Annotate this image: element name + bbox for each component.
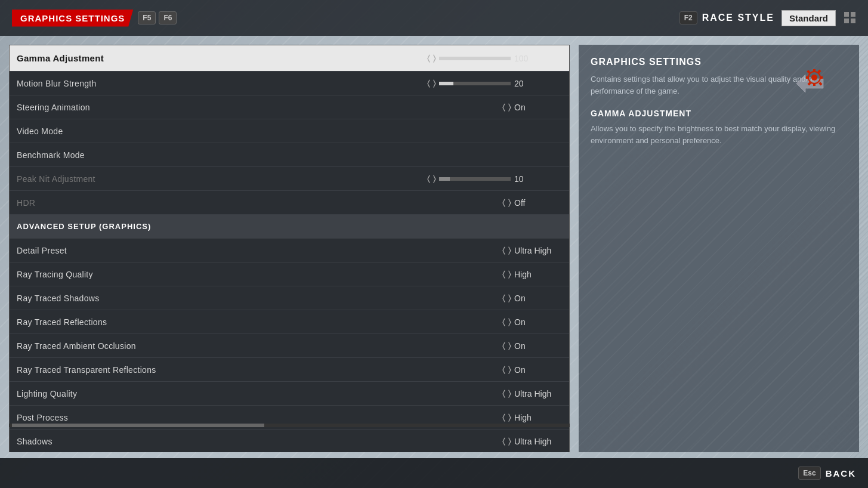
slider-motion-blur[interactable]	[439, 82, 511, 85]
arrow-left-ray-traced-shadows[interactable]: 〈	[502, 294, 505, 303]
setting-control-shadows: 〈 〉 Ultra High	[502, 437, 562, 446]
value-motion-blur: 20	[514, 79, 562, 88]
info-panel-subtitle: GAMMA ADJUSTMENT	[591, 109, 847, 118]
setting-control-motion-blur: 〈 〉 20	[427, 79, 562, 88]
arrow-left-steering[interactable]: 〈	[502, 103, 505, 112]
svg-rect-6	[806, 76, 809, 79]
setting-row-gamma[interactable]: Gamma Adjustment 〈 〉 100	[10, 45, 569, 72]
gear-icon-container	[793, 66, 835, 107]
setting-row-motion-blur[interactable]: Motion Blur Strength 〈 〉 20	[10, 72, 569, 95]
bottom-bar: Esc BACK	[0, 458, 868, 488]
race-style-label: RACE STYLE	[702, 13, 774, 23]
arrow-left-ray-traced-ambient[interactable]: 〈	[502, 341, 505, 351]
back-button[interactable]: Esc BACK	[798, 467, 856, 480]
setting-control-ray-traced-transparent: 〈 〉 On	[502, 365, 562, 375]
setting-name-ray-tracing-quality: Ray Tracing Quality	[17, 270, 502, 279]
value-shadows: Ultra High	[514, 437, 562, 446]
gear-icon	[793, 66, 829, 101]
slider-fill-gamma	[439, 57, 511, 60]
arrow-right-gamma[interactable]: 〉	[433, 54, 435, 63]
setting-row-video-mode[interactable]: Video Mode	[10, 119, 569, 143]
info-content: GRAPHICS SETTINGS Contains settings that…	[591, 57, 847, 146]
arrow-left-motion-blur[interactable]: 〈	[427, 79, 430, 88]
arrow-left-peak-nit[interactable]: 〈	[427, 174, 430, 184]
setting-control-steering: 〈 〉 On	[502, 103, 562, 112]
arrow-left-ray-traced-transparent[interactable]: 〈	[502, 365, 505, 375]
value-post-process: High	[514, 413, 562, 422]
value-ray-traced-ambient: On	[514, 341, 562, 351]
setting-row-hdr[interactable]: HDR 〈 〉 Off	[10, 191, 569, 215]
svg-rect-4	[813, 83, 816, 86]
f6-key-badge[interactable]: F6	[159, 11, 177, 24]
arrow-left-detail-preset[interactable]: 〈	[502, 246, 505, 255]
value-ray-traced-reflections: On	[514, 317, 562, 327]
setting-row-ray-traced-transparent[interactable]: Ray Traced Transparent Reflections 〈 〉 O…	[10, 358, 569, 382]
setting-row-steering[interactable]: Steering Animation 〈 〉 On	[10, 95, 569, 119]
value-peak-nit: 10	[514, 174, 562, 184]
arrow-right-ray-tracing-quality[interactable]: 〉	[508, 270, 511, 279]
setting-control-hdr: 〈 〉 Off	[502, 198, 562, 208]
value-lighting-quality: Ultra High	[514, 389, 562, 399]
setting-control-ray-traced-ambient: 〈 〉 On	[502, 341, 562, 351]
svg-rect-3	[813, 69, 816, 72]
arrow-right-ray-traced-reflections[interactable]: 〉	[508, 317, 511, 327]
value-hdr: Off	[514, 198, 562, 208]
arrow-right-lighting-quality[interactable]: 〉	[508, 389, 511, 399]
arrow-right-detail-preset[interactable]: 〉	[508, 246, 511, 255]
setting-name-hdr: HDR	[17, 198, 502, 208]
scroll-thumb	[12, 424, 264, 427]
setting-name-gamma: Gamma Adjustment	[17, 53, 427, 63]
setting-row-lighting-quality[interactable]: Lighting Quality 〈 〉 Ultra High	[10, 382, 569, 406]
slider-gamma[interactable]	[439, 57, 511, 60]
arrow-right-peak-nit[interactable]: 〉	[433, 174, 435, 184]
arrow-left-hdr[interactable]: 〈	[502, 198, 505, 208]
setting-row-shadows[interactable]: Shadows 〈 〉 Ultra High	[10, 430, 569, 452]
scroll-area[interactable]	[9, 424, 570, 427]
setting-row-advanced-header: ADVANCED SETUP (GRAPHICS)	[10, 215, 569, 239]
setting-name-motion-blur: Motion Blur Strength	[17, 79, 427, 88]
value-ray-traced-transparent: On	[514, 365, 562, 375]
arrow-right-hdr[interactable]: 〉	[508, 198, 511, 208]
arrow-left-shadows[interactable]: 〈	[502, 437, 505, 446]
setting-name-ray-traced-shadows: Ray Traced Shadows	[17, 294, 502, 303]
arrow-right-post-process[interactable]: 〉	[508, 413, 511, 422]
setting-row-ray-traced-reflections[interactable]: Ray Traced Reflections 〈 〉 On	[10, 310, 569, 334]
arrow-right-ray-traced-transparent[interactable]: 〉	[508, 365, 511, 375]
setting-row-benchmark[interactable]: Benchmark Mode	[10, 143, 569, 167]
info-panel-subdescription: Allows you to specify the brightness to …	[591, 123, 847, 146]
settings-list: Gamma Adjustment 〈 〉 100 Motion Blur Str…	[9, 45, 570, 452]
setting-name-ray-traced-transparent: Ray Traced Transparent Reflections	[17, 365, 502, 375]
setting-name-peak-nit: Peak Nit Adjustment	[17, 174, 427, 184]
setting-control-ray-tracing-quality: 〈 〉 High	[502, 270, 562, 279]
arrow-right-motion-blur[interactable]: 〉	[433, 79, 435, 88]
setting-row-detail-preset[interactable]: Detail Preset 〈 〉 Ultra High	[10, 239, 569, 262]
grid-view-icon[interactable]	[844, 12, 856, 24]
arrow-left-lighting-quality[interactable]: 〈	[502, 389, 505, 399]
arrow-right-ray-traced-ambient[interactable]: 〉	[508, 341, 511, 351]
f2-key-badge[interactable]: F2	[679, 11, 697, 24]
setting-row-peak-nit[interactable]: Peak Nit Adjustment 〈 〉 10	[10, 167, 569, 191]
setting-name-ray-traced-ambient: Ray Traced Ambient Occlusion	[17, 341, 502, 351]
setting-row-ray-traced-ambient[interactable]: Ray Traced Ambient Occlusion 〈 〉 On	[10, 334, 569, 358]
setting-name-post-process: Post Process	[17, 413, 502, 422]
top-bar-right: F2 RACE STYLE Standard	[679, 10, 856, 26]
setting-control-gamma: 〈 〉 100	[427, 54, 562, 63]
arrow-right-steering[interactable]: 〉	[508, 103, 511, 112]
esc-key-badge[interactable]: Esc	[798, 467, 820, 480]
page-title: GRAPHICS SETTINGS	[12, 10, 133, 27]
arrow-right-ray-traced-shadows[interactable]: 〉	[508, 294, 511, 303]
arrow-left-ray-traced-reflections[interactable]: 〈	[502, 317, 505, 327]
arrow-right-shadows[interactable]: 〉	[508, 437, 511, 446]
setting-row-ray-tracing-quality[interactable]: Ray Tracing Quality 〈 〉 High	[10, 262, 569, 286]
race-style-value[interactable]: Standard	[781, 10, 836, 26]
f5-key-badge[interactable]: F5	[138, 11, 156, 24]
setting-name-shadows: Shadows	[17, 437, 502, 446]
setting-row-ray-traced-shadows[interactable]: Ray Traced Shadows 〈 〉 On	[10, 286, 569, 310]
value-detail-preset: Ultra High	[514, 246, 562, 255]
svg-point-2	[811, 75, 817, 81]
arrow-left-post-process[interactable]: 〈	[502, 413, 505, 422]
info-panel: GRAPHICS SETTINGS Contains settings that…	[579, 45, 859, 452]
slider-peak-nit[interactable]	[439, 177, 511, 181]
arrow-left-ray-tracing-quality[interactable]: 〈	[502, 270, 505, 279]
arrow-left-gamma[interactable]: 〈	[427, 54, 430, 63]
